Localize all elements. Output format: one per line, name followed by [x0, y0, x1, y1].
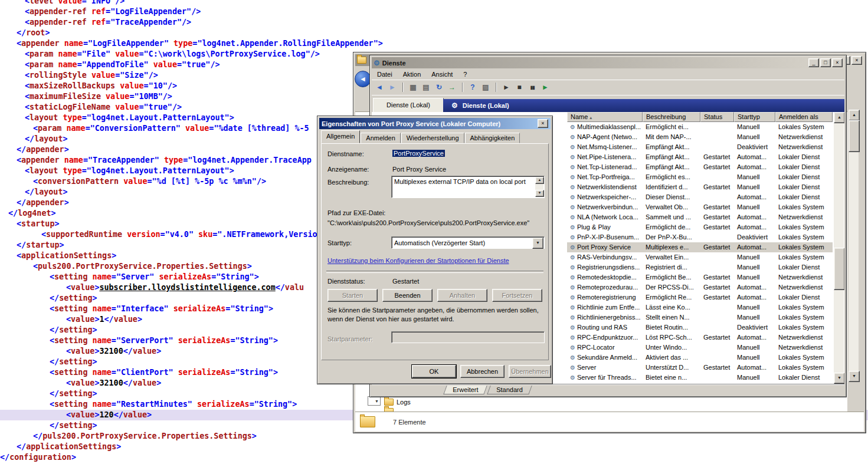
selected-text: PortProxyService [392, 150, 445, 157]
service-row[interactable]: ⚙Net.Tcp-Listenerad...Empfängt Akt...Ges… [567, 162, 833, 172]
restart-service-icon[interactable]: ► [541, 83, 550, 91]
stop-service-icon[interactable]: ■ [515, 83, 524, 91]
service-row[interactable]: ⚙RemoteregistrierungErmöglicht Re...Gest… [567, 292, 833, 302]
maximize-button[interactable]: □ [820, 58, 831, 67]
menu-item-ansicht[interactable]: Ansicht [426, 71, 458, 78]
service-row[interactable]: ⚙NLA (Network Loca...Sammelt und ...Gest… [567, 212, 833, 222]
dienststatus-label: Dienststatus: [327, 278, 365, 285]
service-row[interactable]: ⚙RPC-LocatorUnter Windo...ManuellNetzwer… [567, 343, 833, 353]
forward-icon[interactable]: ► [388, 83, 397, 91]
cell-desc: Dieser Dienst... [643, 192, 700, 202]
menu-item-?[interactable]: ? [458, 71, 472, 78]
service-row[interactable]: ⚙Sekundäre Anmeld...Aktiviert das ...Man… [567, 353, 833, 363]
service-row[interactable]: ⚙NetzwerklistendienstIdentifiziert d...G… [567, 182, 833, 192]
service-row[interactable]: ⚙Net.Tcp-Portfreiga...Ermöglicht es...Ma… [567, 172, 833, 182]
back-button[interactable]: ◄ [355, 71, 371, 87]
cell-start: Automat... [734, 162, 775, 172]
scroll-up-button[interactable]: ▲ [535, 177, 544, 184]
scroll-down-button[interactable]: ▼ [849, 371, 860, 382]
cell-name: ⚙Port Proxy Service [567, 242, 643, 252]
show-console-tree-icon[interactable]: ▦ [408, 83, 418, 91]
startoptions-help-link[interactable]: Unterstützung beim Konfigurieren der Sta… [327, 257, 509, 264]
service-row[interactable]: ⚙Netzwerkspeicher-...Dieser Dienst...Aut… [567, 192, 833, 202]
refresh-icon[interactable]: ↻ [434, 83, 444, 91]
export-list-icon[interactable]: ▤ [421, 83, 431, 91]
anzeigename-field[interactable]: Port Proxy Service [392, 166, 446, 173]
service-row[interactable]: ⚙Port Proxy ServiceMultiplexes e...Gesta… [567, 242, 833, 252]
menu-item-aktion[interactable]: Aktion [398, 71, 427, 78]
scrollbar-thumb[interactable] [849, 120, 860, 152]
scroll-up-button[interactable]: ▲ [849, 110, 860, 121]
service-row[interactable]: ⚙Remotedesktopdie...Ermöglicht Be...Gest… [567, 272, 833, 282]
service-row[interactable]: ⚙ServerUnterstützt D...GestartetAutomat.… [567, 363, 833, 373]
view-tab-erweitert[interactable]: Erweitert [443, 386, 487, 394]
cell-status: Gestartet [700, 282, 734, 292]
column-header-beschreibung[interactable]: Beschreibung [643, 112, 700, 122]
ok-button[interactable]: OK [412, 365, 456, 378]
status-text: 7 Elemente [393, 419, 426, 426]
service-row[interactable]: ⚙Multimediaklassenpl...Ermöglicht ei...M… [567, 122, 833, 132]
service-row[interactable]: ⚙Net.Pipe-Listenera...Empfängt Akt...Ges… [567, 152, 833, 162]
service-row[interactable]: ⚙Remoteprozedurau...Der RPCSS-Di...Gesta… [567, 282, 833, 292]
service-row[interactable]: ⚙Plug & PlayErmöglicht de...GestartetAut… [567, 222, 833, 232]
dialog-tab-allgemein[interactable]: Allgemein [321, 130, 360, 143]
dialog-tab-anmelden[interactable]: Anmelden [361, 133, 401, 143]
dialog-tab-abh-ngigkeiten[interactable]: Abhängigkeiten [465, 133, 520, 143]
cell-logon: Netzwerkdienst [775, 343, 833, 353]
pause-service-icon[interactable]: ▮▮ [528, 85, 537, 90]
cell-start: Automat... [734, 282, 775, 292]
dialog-titlebar[interactable]: Eigenschaften von Port Proxy Service (Lo… [319, 118, 551, 129]
explorer-scrollbar[interactable]: ▲ ▼ [849, 110, 859, 381]
help-icon[interactable]: ? [468, 83, 477, 91]
view-tab-standard[interactable]: Standard [487, 386, 532, 394]
export-icon[interactable]: → [447, 83, 457, 91]
scroll-down-button[interactable]: ▼ [535, 190, 544, 197]
service-row[interactable]: ⚙NAP-Agent (Netwo...Mit dem NAP-...Manue… [567, 132, 833, 142]
cell-logon: Lokales System [775, 302, 833, 312]
tree-dropdown[interactable]: ▼ [368, 396, 381, 406]
window-icon[interactable]: ▨ [481, 83, 490, 91]
beenden-button[interactable]: Beenden [382, 289, 433, 302]
close-button[interactable]: × [851, 56, 862, 65]
service-row[interactable]: ⚙Richtlinie zum Entfe...Lässt eine Ko...… [567, 302, 833, 312]
view-tabs: ErweitertStandard [445, 386, 533, 393]
service-row[interactable]: ⚙Server für Threads...Bietet eine n...Ma… [567, 373, 833, 383]
close-button[interactable]: × [538, 119, 548, 128]
service-row[interactable]: ⚙Richtlinienergebniss...Stellt einen N..… [567, 312, 833, 323]
tree-item[interactable]: Logs [384, 397, 514, 407]
service-row[interactable]: ⚙Routing und RASBietet Routin...Deaktivi… [567, 323, 833, 333]
beschreibung-textbox[interactable]: Multiplexes external TCP/IP data on loca… [391, 176, 545, 198]
code-line: <appender-ref ref="LogFileAppender"/> [0, 6, 868, 17]
service-row[interactable]: ⚙RAS-Verbindungsv...Verwaltet Ein...Manu… [567, 252, 833, 262]
start-service-icon[interactable]: ► [502, 83, 511, 91]
dienstname-field[interactable]: PortProxyService [392, 150, 445, 157]
scrollbar-thumb[interactable] [834, 248, 844, 290]
back-icon[interactable]: ◄ [375, 83, 384, 91]
service-row[interactable]: ⚙PnP-X-IP-Busenum...Der PnP-X-Bu...Deakt… [567, 232, 833, 242]
menu-item-datei[interactable]: Datei [372, 71, 398, 78]
cell-logon: Netzwerkdienst [775, 132, 833, 142]
beschreibung-scrollbar[interactable]: ▲ ▼ [535, 177, 543, 197]
services-titlebar[interactable]: ⚙ Dienste _□× [372, 57, 844, 68]
column-header-status[interactable]: Status [700, 112, 734, 122]
starttyp-combobox[interactable]: Automatisch (Verzögerter Start) ▼ [391, 236, 545, 249]
service-row[interactable]: ⚙Netzwerkverbindun...Verwaltet Ob...Gest… [567, 202, 833, 212]
column-header-anmelden-als[interactable]: Anmelden als [775, 112, 833, 122]
service-gear-icon: ⚙ [570, 142, 575, 152]
service-row[interactable]: ⚙RPC-Endpunktzuor...Löst RPC-Sch...Gesta… [567, 333, 833, 343]
scroll-up-button[interactable]: ▲ [834, 112, 844, 123]
minimize-button[interactable]: _ [808, 58, 819, 67]
service-row[interactable]: ⚙Net.Msmq-Listener...Empfängt Akt...Deak… [567, 142, 833, 152]
chevron-down-icon[interactable]: ▼ [532, 238, 543, 249]
column-header-name[interactable]: Name▴ [567, 112, 643, 122]
dialog-tab-wiederherstellung[interactable]: Wiederherstellung [401, 133, 464, 143]
services-scrollbar[interactable]: ▲ ▼ [834, 112, 844, 383]
scroll-down-button[interactable]: ▼ [834, 373, 844, 384]
abbrechen-button[interactable]: Abbrechen [460, 365, 505, 378]
cell-start: Automat... [734, 222, 775, 232]
close-button[interactable]: × [832, 58, 843, 67]
column-header-starttyp[interactable]: Starttyp [734, 112, 775, 122]
service-row[interactable]: ⚙Registrierungsdiens...Registriert di...… [567, 262, 833, 272]
tab-dienste-lokal[interactable]: Dienste (Lokal) [373, 98, 444, 113]
toolbar-separator [462, 83, 463, 92]
